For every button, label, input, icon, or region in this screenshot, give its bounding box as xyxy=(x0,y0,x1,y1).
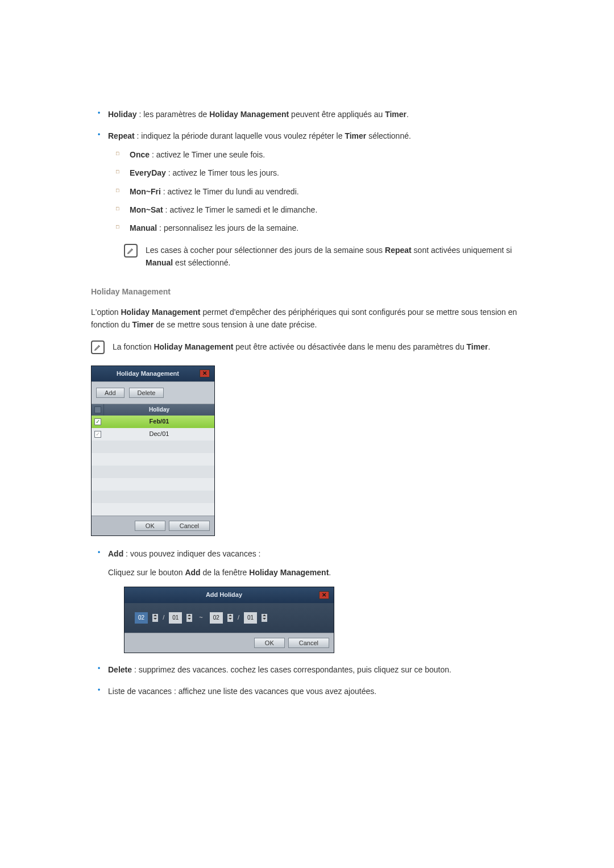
table-row-empty xyxy=(92,478,214,491)
table-row-empty xyxy=(92,503,214,516)
add-holiday-body: 02 / 01 ~ 02 / 01 xyxy=(125,603,334,633)
separator: / xyxy=(163,613,164,623)
table-row-empty xyxy=(92,453,214,466)
table-row-empty xyxy=(92,491,214,503)
table-row[interactable]: Dec/01 xyxy=(92,428,214,441)
dialog-toolbar: Add Delete xyxy=(92,381,214,404)
cancel-button[interactable]: Cancel xyxy=(169,521,210,531)
row-checkbox[interactable] xyxy=(94,418,101,425)
term-add: Add xyxy=(108,549,123,558)
section-title-holiday-management: Holiday Management xyxy=(91,285,523,298)
spinner-icon[interactable] xyxy=(152,614,158,622)
table-body: Feb/01 Dec/01 xyxy=(92,416,214,516)
separator: / xyxy=(238,613,239,623)
delete-button[interactable]: Delete xyxy=(129,388,164,398)
term-repeat: Repeat xyxy=(108,131,135,140)
range-tilde: ~ xyxy=(199,613,202,623)
table-row-empty xyxy=(92,441,214,453)
dialog-footer: OK Cancel xyxy=(92,516,214,535)
close-icon[interactable]: ✕ xyxy=(200,369,210,377)
note-text: Les cases à cocher pour sélectionner des… xyxy=(146,244,523,269)
ok-button[interactable]: OK xyxy=(135,521,165,531)
dialog-footer: OK Cancel xyxy=(125,633,334,653)
close-icon[interactable]: ✕ xyxy=(319,591,329,599)
note-manual-repeat: Les cases à cocher pour sélectionner des… xyxy=(124,244,523,269)
pencil-note-icon xyxy=(91,340,105,354)
subbullet-monfri: Mon~Fri : activez le Timer du lundi au v… xyxy=(130,185,523,198)
intro-paragraph: L'option Holiday Management permet d'emp… xyxy=(91,306,523,331)
subbullet-everyday: EveryDay : activez le Timer tous les jou… xyxy=(130,167,523,179)
dialog-title-text: Add Holiday xyxy=(129,590,319,600)
dialog-titlebar: Holiday Management ✕ xyxy=(92,366,214,382)
bullet-holiday: Holiday : les paramètres de Holiday Mana… xyxy=(108,108,523,121)
add-button[interactable]: Add xyxy=(96,388,125,398)
start-day-field[interactable]: 01 xyxy=(169,612,182,624)
term-holiday: Holiday xyxy=(108,110,137,119)
header-holiday-label: Holiday xyxy=(104,404,214,416)
table-row[interactable]: Feb/01 xyxy=(92,416,214,428)
table-row-empty xyxy=(92,466,214,478)
header-checkbox-cell[interactable] xyxy=(92,404,104,416)
end-day-field[interactable]: 01 xyxy=(244,612,257,624)
add-holiday-dialog: Add Holiday ✕ 02 / 01 ~ 02 / 01 OK Cance… xyxy=(124,587,334,653)
pencil-note-icon xyxy=(124,244,138,258)
note-text: La fonction Holiday Management peut être… xyxy=(113,340,490,353)
ok-button[interactable]: OK xyxy=(254,638,285,648)
bullet-add: Add : vous pouvez indiquer des vacances … xyxy=(108,547,523,653)
row-holiday-value: Feb/01 xyxy=(104,417,214,427)
row-checkbox[interactable] xyxy=(94,431,101,438)
dialog-titlebar: Add Holiday ✕ xyxy=(125,587,334,603)
bullet-list-vacances: Liste de vacances : affichez une liste d… xyxy=(108,685,523,697)
row-holiday-value: Dec/01 xyxy=(104,429,214,439)
note-holiday-management-toggle: La fonction Holiday Management peut être… xyxy=(91,340,523,354)
term-delete: Delete xyxy=(108,665,132,674)
start-month-field[interactable]: 02 xyxy=(135,612,148,624)
cancel-button[interactable]: Cancel xyxy=(288,638,329,648)
spinner-icon[interactable] xyxy=(262,614,267,622)
subbullet-manual: Manual : personnalisez les jours de la s… xyxy=(130,222,523,234)
add-instruction: Cliquez sur le bouton Add de la fenêtre … xyxy=(108,566,523,579)
end-month-field[interactable]: 02 xyxy=(210,612,223,624)
subbullet-monsat: Mon~Sat : activez le Timer le samedi et … xyxy=(130,203,523,216)
bullet-repeat: Repeat : indiquez la période durant laqu… xyxy=(108,130,523,269)
subbullet-once: Once : activez le Timer une seule fois. xyxy=(130,148,523,161)
dialog-title-text: Holiday Management xyxy=(96,369,200,379)
spinner-icon[interactable] xyxy=(186,614,192,622)
bullet-delete: Delete : supprimez des vacances. cochez … xyxy=(108,663,523,676)
holiday-management-dialog: Holiday Management ✕ Add Delete Holiday … xyxy=(91,366,215,537)
table-header: Holiday xyxy=(92,404,214,416)
spinner-icon[interactable] xyxy=(227,614,233,622)
